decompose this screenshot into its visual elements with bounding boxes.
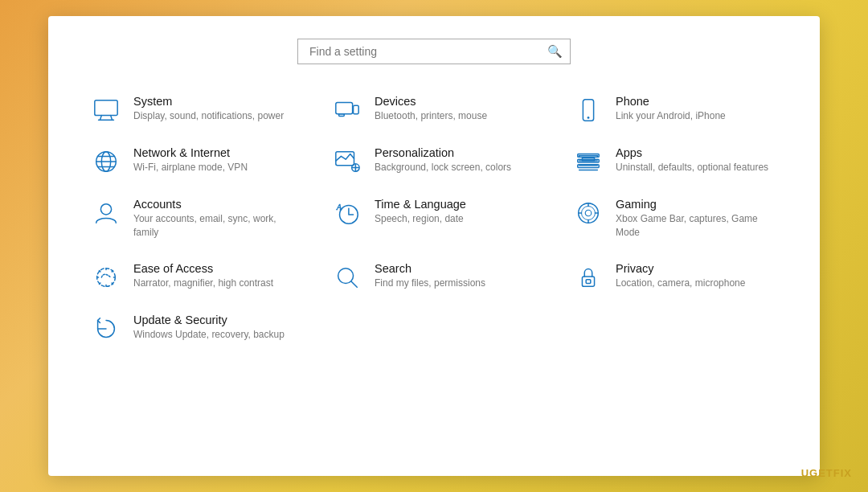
setting-title-personalization: Personalization (375, 146, 511, 159)
setting-title-time: Time & Language (375, 198, 466, 211)
watermark-label: UGETFIX (801, 467, 852, 479)
setting-item-accounts[interactable]: Accounts Your accounts, email, sync, wor… (80, 187, 305, 251)
monitor-icon (88, 96, 124, 124)
setting-title-search: Search (375, 262, 485, 275)
setting-title-system: System (133, 95, 284, 108)
setting-desc-gaming: Xbox Game Bar, captures, Game Mode (616, 212, 780, 240)
globe-icon (88, 148, 124, 175)
setting-desc-ease: Narrator, magnifier, high contrast (133, 277, 273, 290)
svg-rect-5 (354, 105, 359, 113)
svg-line-45 (112, 270, 113, 271)
setting-title-ease: Ease of Access (133, 262, 273, 275)
privacy-icon (571, 264, 606, 291)
gaming-icon (571, 199, 606, 227)
svg-point-33 (585, 210, 592, 216)
setting-desc-network: Wi-Fi, airplane mode, VPN (133, 161, 248, 174)
setting-title-devices: Devices (375, 95, 487, 108)
accounts-icon (88, 199, 124, 227)
phone-icon (571, 96, 606, 124)
setting-desc-system: Display, sound, notifications, power (133, 109, 284, 123)
svg-rect-4 (336, 103, 353, 114)
svg-line-48 (351, 281, 358, 287)
update-icon (88, 315, 124, 342)
search-bar-wrap: 🔍 (297, 39, 571, 64)
ease-icon (88, 264, 124, 291)
personalization-icon (330, 148, 365, 175)
setting-desc-time: Speech, region, date (375, 212, 466, 226)
svg-line-2 (111, 116, 113, 121)
svg-point-28 (100, 204, 111, 215)
setting-desc-apps: Uninstall, defaults, optional features (616, 161, 768, 174)
setting-title-update: Update & Security (133, 314, 285, 326)
setting-title-phone: Phone (616, 95, 726, 108)
devices-icon (330, 96, 365, 124)
svg-text:A: A (336, 203, 342, 211)
svg-rect-27 (578, 165, 599, 168)
setting-desc-search: Find my files, permissions (375, 277, 485, 290)
setting-item-system[interactable]: System Display, sound, notifications, po… (80, 84, 305, 135)
setting-desc-accounts: Your accounts, email, sync, work, family (133, 212, 297, 240)
setting-desc-personalization: Background, lock screen, colors (375, 161, 511, 174)
setting-desc-update: Windows Update, recovery, backup (133, 328, 285, 342)
setting-desc-phone: Link your Android, iPhone (616, 109, 726, 123)
svg-line-43 (100, 270, 100, 271)
setting-item-privacy[interactable]: Privacy Location, camera, microphone (563, 251, 788, 302)
search-input[interactable] (297, 39, 571, 64)
svg-rect-50 (586, 279, 591, 283)
setting-item-apps[interactable]: Apps Uninstall, defaults, optional featu… (563, 135, 788, 187)
svg-line-46 (100, 283, 100, 284)
svg-line-1 (100, 116, 101, 121)
setting-item-network[interactable]: Network & Internet Wi-Fi, airplane mode,… (80, 135, 305, 187)
setting-item-personalization[interactable]: Personalization Background, lock screen,… (321, 135, 547, 187)
setting-title-privacy: Privacy (616, 262, 745, 275)
svg-line-44 (112, 283, 113, 284)
time-icon: A (330, 199, 365, 227)
setting-item-devices[interactable]: Devices Bluetooth, printers, mouse (321, 84, 547, 135)
svg-rect-6 (339, 114, 345, 117)
setting-title-accounts: Accounts (133, 198, 297, 211)
setting-item-ease[interactable]: Ease of Access Narrator, magnifier, high… (80, 251, 305, 302)
setting-item-update[interactable]: Update & Security Windows Update, recove… (80, 302, 305, 354)
setting-desc-devices: Bluetooth, printers, mouse (375, 109, 487, 123)
apps-icon (571, 148, 606, 175)
setting-item-search[interactable]: Search Find my files, permissions (321, 251, 547, 302)
setting-desc-privacy: Location, camera, microphone (616, 277, 745, 290)
setting-title-network: Network & Internet (133, 146, 248, 159)
settings-window: 🔍 System Display, sound, notifications, … (48, 16, 820, 476)
settings-grid: System Display, sound, notifications, po… (80, 84, 788, 354)
svg-rect-49 (582, 277, 594, 286)
setting-item-phone[interactable]: Phone Link your Android, iPhone (563, 84, 788, 135)
setting-item-time[interactable]: A Time & Language Speech, region, date (321, 187, 547, 251)
setting-title-apps: Apps (616, 146, 768, 159)
setting-item-gaming[interactable]: Gaming Xbox Game Bar, captures, Game Mod… (563, 187, 788, 251)
setting-title-gaming: Gaming (616, 198, 780, 211)
search-icon (330, 264, 365, 291)
svg-point-32 (582, 207, 596, 220)
svg-point-8 (588, 117, 590, 119)
svg-rect-0 (95, 100, 117, 116)
